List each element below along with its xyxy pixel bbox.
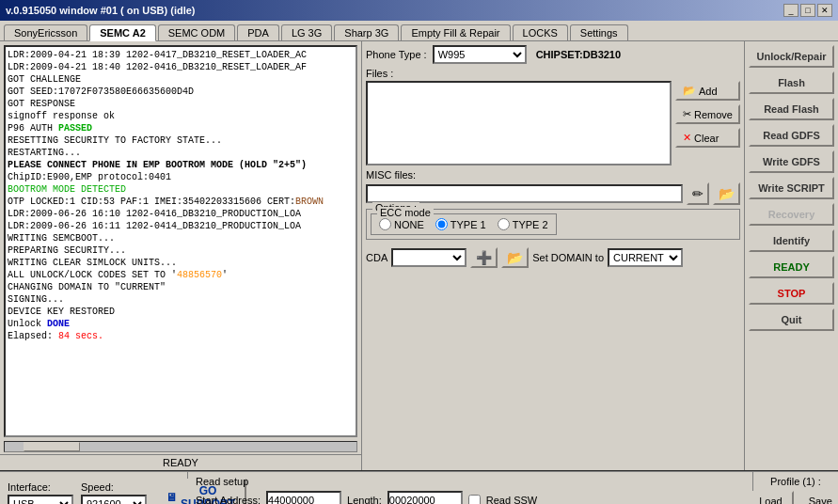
misc-folder-button[interactable]: 📂 <box>713 182 740 205</box>
identify-button[interactable]: Identify <box>749 229 834 252</box>
save-button[interactable]: Save <box>798 491 838 504</box>
interface-select[interactable]: USB <box>8 495 73 504</box>
tab-settings[interactable]: Settings <box>570 24 628 40</box>
window-title: v.0.915050 window #01 ( on USB) (idle) <box>6 5 196 16</box>
interface-label: Interface: <box>8 481 73 493</box>
start-addr-label: Start Address: <box>196 495 261 504</box>
start-addr-input[interactable] <box>266 491 341 504</box>
ecc-none-label[interactable]: NONE <box>379 218 424 230</box>
center-panel: Phone Type : W995 CHIPSET:DB3210 Files :… <box>362 41 744 470</box>
scrollbar-thumb[interactable] <box>24 442 80 451</box>
quit-button[interactable]: Quit <box>749 308 834 331</box>
read-ssw-label: Read SSW <box>486 495 537 504</box>
tab-lg-3g[interactable]: LG 3G <box>281 24 332 40</box>
phone-type-row: Phone Type : W995 CHIPSET:DB3210 <box>366 45 740 64</box>
unlock-repair-button[interactable]: Unlock/Repair <box>749 45 834 68</box>
profile-section: Profile (1) : Load Save <box>753 472 838 504</box>
tab-empty-fill-repair[interactable]: Empty Fill & Repair <box>401 24 510 40</box>
title-bar: v.0.915050 window #01 ( on USB) (idle) _… <box>0 0 838 21</box>
ecc-type1-label[interactable]: TYPE 1 <box>435 218 486 230</box>
remove-button[interactable]: ✂ Remove <box>675 104 740 124</box>
domain-select[interactable]: CURRENT <box>608 248 683 267</box>
speed-group: Speed: 921600 <box>81 481 147 504</box>
window-controls: _ □ ✕ <box>783 4 832 17</box>
misc-label: MISC files: <box>366 169 740 181</box>
set-domain-label: Set DOMAIN to <box>532 252 604 263</box>
write-gdfs-button[interactable]: Write GDFS <box>749 150 834 173</box>
phone-type-select[interactable]: W995 <box>433 45 527 64</box>
ecc-type2-label[interactable]: TYPE 2 <box>498 218 548 230</box>
cda-row: CDA ➕ 📂 Set DOMAIN to CURRENT <box>366 247 740 268</box>
files-list[interactable] <box>366 81 672 165</box>
options-group: Options : ECC mode NONE TYPE 1 TYPE 2 <box>366 209 740 240</box>
read-gdfs-button[interactable]: Read GDFS <box>749 124 834 147</box>
speed-select[interactable]: 921600 <box>81 495 147 504</box>
bottom-bar: Interface: USB Speed: 921600 🖥 GO SUPPOR… <box>0 470 838 504</box>
horizontal-scrollbar[interactable] <box>4 441 357 452</box>
maximize-button[interactable]: □ <box>800 4 815 17</box>
ecc-type1-radio[interactable] <box>435 218 448 230</box>
tab-locks[interactable]: LOCKS <box>513 24 568 40</box>
ecc-none-radio[interactable] <box>379 218 391 230</box>
misc-input[interactable] <box>366 184 683 203</box>
interface-section: Interface: USB Speed: 921600 🖥 GO SUPPOR… <box>0 472 188 504</box>
tab-semc-a2[interactable]: SEMC A2 <box>89 24 156 41</box>
ecc-group: ECC mode NONE TYPE 1 TYPE 2 <box>371 213 557 235</box>
length-input[interactable] <box>387 491 463 504</box>
misc-row: ✏ 📂 <box>366 182 740 205</box>
read-ssw-checkbox[interactable] <box>468 495 481 505</box>
log-area: LDR:2009-04-21 18:39 1202-0417_DB3210_RE… <box>4 45 357 437</box>
speed-label: Speed: <box>81 481 147 493</box>
tab-bar: SonyEricssonSEMC A2SEMC ODMPDALG 3GSharp… <box>0 21 838 40</box>
files-label: Files : <box>366 68 740 79</box>
read-setup-title: Read setup <box>196 476 745 487</box>
go-support-icon: 🖥 <box>166 491 177 504</box>
write-script-button[interactable]: Write SCRIPT <box>749 177 834 199</box>
main-content: LDR:2009-04-21 18:39 1202-0417_DB3210_RE… <box>0 40 838 470</box>
folder-add-icon: 📂 <box>683 85 696 97</box>
cda-add-button[interactable]: ➕ <box>470 247 498 268</box>
interface-group: Interface: USB <box>8 481 73 504</box>
files-buttons: 📂 Add ✂ Remove ✕ Clear <box>675 81 740 165</box>
chipset-label: CHIPSET:DB3210 <box>536 49 621 60</box>
scissors-icon: ✂ <box>683 108 691 120</box>
clear-button[interactable]: ✕ Clear <box>675 128 740 148</box>
read-setup-section: Read setup Start Address: Length: Read S… <box>188 472 753 504</box>
log-status: READY <box>0 454 361 470</box>
phone-type-label: Phone Type : <box>366 49 427 60</box>
tab-sharp-3g[interactable]: Sharp 3G <box>334 24 399 40</box>
read-flash-button[interactable]: Read Flash <box>749 98 834 120</box>
stop-button[interactable]: STOP <box>749 282 834 305</box>
cda-folder-button[interactable]: 📂 <box>501 247 529 268</box>
files-section: 📂 Add ✂ Remove ✕ Clear <box>366 81 740 165</box>
tab-semc-odm[interactable]: SEMC ODM <box>158 24 236 40</box>
ecc-type2-radio[interactable] <box>498 218 510 230</box>
misc-section: MISC files: ✏ 📂 <box>366 169 740 205</box>
profile-title: Profile (1) : <box>770 476 821 487</box>
left-panel: LDR:2009-04-21 18:39 1202-0417_DB3210_RE… <box>0 41 362 470</box>
close-button[interactable]: ✕ <box>817 4 832 17</box>
read-setup-row: Start Address: Length: Read SSW <box>196 491 745 504</box>
misc-edit-button[interactable]: ✏ <box>687 182 709 205</box>
load-button[interactable]: Load <box>748 491 793 504</box>
cda-select[interactable] <box>391 248 466 267</box>
flash-button[interactable]: Flash <box>749 71 834 94</box>
add-button[interactable]: 📂 Add <box>675 81 740 101</box>
ready-button[interactable]: READY <box>749 256 834 278</box>
ecc-legend: ECC mode <box>377 207 434 218</box>
x-icon: ✕ <box>683 132 691 144</box>
tab-pda[interactable]: PDA <box>237 24 279 40</box>
right-sidebar: Unlock/RepairFlashRead FlashRead GDFSWri… <box>744 41 838 470</box>
length-label: Length: <box>347 495 382 504</box>
minimize-button[interactable]: _ <box>783 4 798 17</box>
recovery-button: Recovery <box>749 203 834 226</box>
profile-buttons: Load Save <box>748 491 838 504</box>
tab-sonyericsson[interactable]: SonyEricsson <box>4 24 87 40</box>
cda-label: CDA <box>366 252 387 263</box>
